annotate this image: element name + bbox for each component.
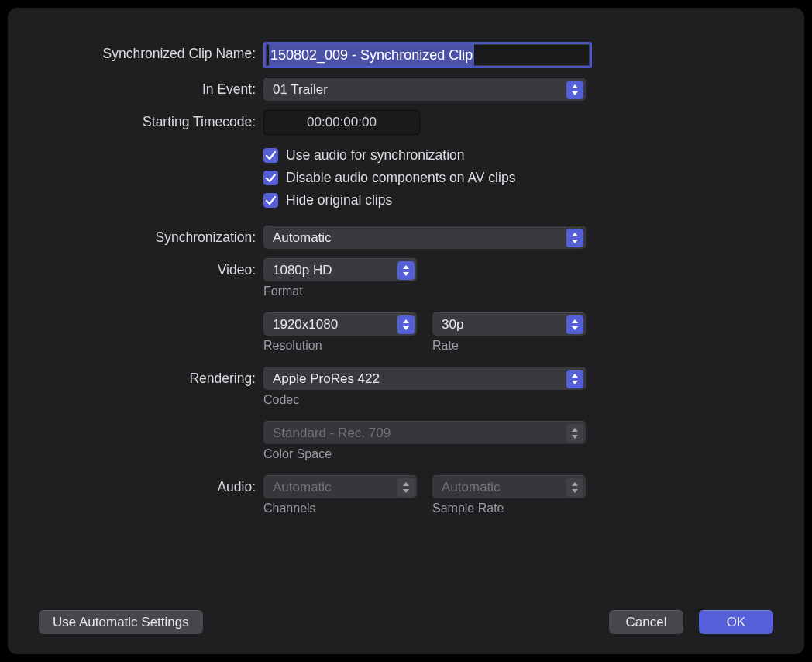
video-rate-popup[interactable]: 30p [432,312,586,336]
updown-icon [566,81,583,99]
audio-channels-popup: Automatic [263,475,417,498]
synchronization-popup[interactable]: Automatic [263,226,586,249]
updown-icon [397,478,415,497]
button-bar: Use Automatic Settings Cancel OK [39,610,773,634]
clip-name-selection: 150802_009 - Synchronized Clip [269,44,474,66]
in-event-popup[interactable]: 01 Trailer [263,78,586,101]
clip-name-input[interactable]: 150802_009 - Synchronized Clip [263,42,592,68]
label-sync: Synchronization: [39,226,263,246]
label-audio: Audio: [39,475,263,495]
updown-icon [566,424,583,443]
updown-icon [397,261,415,280]
checkbox-disable-av[interactable]: Disable audio components on AV clips [263,170,773,186]
updown-icon [566,370,583,388]
updown-icon [566,315,583,334]
sublabel-rate: Rate [432,339,586,353]
starting-timecode-field[interactable]: 00:00:00:00 [263,110,420,135]
label-start-tc: Starting Timecode: [39,110,263,130]
ok-button[interactable]: OK [699,610,773,634]
label-clip-name: Synchronized Clip Name: [39,42,263,62]
checkbox-icon [263,193,278,208]
codec-popup[interactable]: Apple ProRes 422 [263,367,586,390]
checkbox-hide-clips[interactable]: Hide original clips [263,192,773,209]
video-format-popup[interactable]: 1080p HD [263,258,417,281]
label-video: Video: [39,258,263,278]
synchronize-clips-dialog: Synchronized Clip Name: 150802_009 - Syn… [8,8,804,654]
color-space-popup: Standard - Rec. 709 [263,421,586,444]
label-in-event: In Event: [39,78,263,98]
use-automatic-settings-button[interactable]: Use Automatic Settings [39,610,203,634]
checkbox-use-audio[interactable]: Use audio for synchronization [263,147,773,164]
video-resolution-popup[interactable]: 1920x1080 [263,312,417,336]
checkbox-icon [263,148,278,163]
sublabel-color-space: Color Space [263,447,586,461]
sublabel-sample-rate: Sample Rate [432,502,586,515]
checkbox-icon [263,171,278,185]
sublabel-channels: Channels [263,502,417,515]
sublabel-format: Format [263,284,417,298]
updown-icon [397,315,415,334]
updown-icon [566,478,583,497]
sublabel-codec: Codec [263,393,586,407]
cancel-button[interactable]: Cancel [609,610,683,634]
label-rendering: Rendering: [39,367,263,387]
updown-icon [566,229,583,247]
sublabel-resolution: Resolution [263,339,417,353]
audio-sample-rate-popup: Automatic [432,475,586,498]
